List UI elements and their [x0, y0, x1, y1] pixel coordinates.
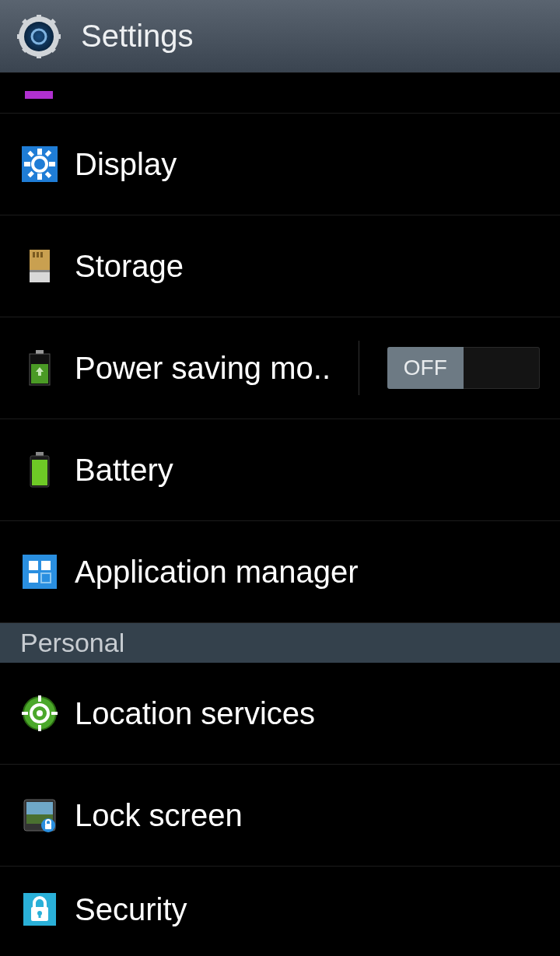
toggle-off-label: OFF	[387, 347, 464, 389]
apps-grid-icon	[20, 552, 59, 591]
power-saving-toggle[interactable]: OFF	[387, 347, 540, 389]
settings-list: Display Storage	[0, 73, 560, 952]
list-item-security[interactable]: Security	[0, 867, 560, 952]
location-target-icon	[20, 694, 59, 733]
partial-icon	[25, 91, 53, 99]
svg-rect-3	[17, 34, 25, 39]
svg-rect-26	[36, 350, 44, 354]
svg-rect-36	[41, 573, 51, 583]
section-header-personal: Personal	[0, 623, 560, 663]
item-label: Location services	[75, 696, 540, 731]
battery-recycle-icon	[20, 348, 59, 387]
svg-rect-4	[53, 34, 61, 39]
svg-rect-14	[37, 173, 42, 180]
list-item-power-saving[interactable]: Power saving mo.. OFF	[0, 317, 560, 419]
item-label: Security	[75, 892, 540, 927]
svg-rect-42	[38, 725, 41, 731]
list-item-partial-top[interactable]	[0, 73, 560, 114]
svg-point-9	[24, 22, 54, 51]
gear-icon	[17, 15, 61, 58]
list-item-app-manager[interactable]: Application manager	[0, 521, 560, 623]
svg-rect-23	[40, 252, 43, 257]
list-item-location[interactable]: Location services	[0, 663, 560, 765]
item-label: Display	[75, 147, 540, 182]
svg-rect-31	[32, 460, 47, 485]
lock-screen-icon	[20, 796, 59, 835]
item-label: Power saving mo..	[75, 351, 331, 386]
list-item-storage[interactable]: Storage	[0, 215, 560, 317]
svg-rect-16	[49, 162, 55, 166]
list-item-battery[interactable]: Battery	[0, 419, 560, 521]
svg-rect-49	[45, 824, 51, 829]
svg-rect-13	[37, 149, 42, 155]
list-item-lock-screen[interactable]: Lock screen	[0, 765, 560, 867]
list-item-display[interactable]: Display	[0, 114, 560, 215]
svg-rect-34	[41, 561, 51, 570]
svg-point-40	[37, 710, 43, 716]
svg-rect-53	[39, 913, 41, 918]
item-label: Lock screen	[75, 798, 540, 833]
svg-rect-32	[23, 555, 57, 589]
page-title: Settings	[81, 19, 194, 54]
item-label: Application manager	[75, 555, 540, 590]
svg-rect-2	[37, 51, 41, 58]
svg-rect-43	[22, 712, 28, 715]
svg-rect-35	[29, 573, 38, 583]
item-label: Storage	[75, 249, 540, 284]
svg-rect-15	[24, 162, 30, 166]
toggle-track	[464, 347, 541, 389]
svg-rect-33	[29, 561, 38, 570]
svg-rect-22	[37, 252, 39, 257]
svg-rect-1	[37, 15, 41, 23]
item-label: Battery	[75, 453, 540, 488]
svg-rect-25	[30, 270, 50, 272]
sd-card-icon	[20, 247, 59, 285]
svg-rect-21	[33, 252, 35, 257]
lock-icon	[20, 890, 59, 929]
svg-rect-29	[36, 452, 44, 456]
svg-rect-44	[51, 712, 58, 715]
display-cog-icon	[20, 145, 59, 184]
toggle-divider	[359, 341, 359, 395]
battery-icon	[20, 450, 59, 489]
svg-rect-41	[38, 695, 41, 702]
app-header: Settings	[0, 0, 560, 73]
